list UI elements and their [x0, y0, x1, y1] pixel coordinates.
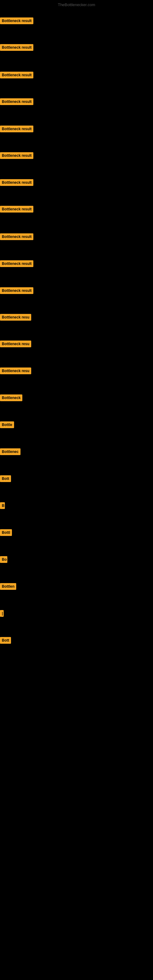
bottleneck-badge-8: Bottleneck result	[0, 206, 33, 213]
bottleneck-badge-15: Bottleneck	[0, 395, 22, 401]
bottleneck-badge-1: Bottleneck result	[0, 18, 33, 24]
bottleneck-badge-16: Bottle	[0, 422, 14, 428]
bottleneck-badge-11: Bottleneck result	[0, 287, 33, 294]
bottleneck-badge-9: Bottleneck result	[0, 233, 33, 240]
bottleneck-badge-24: Bott	[0, 637, 11, 644]
bottleneck-badge-22: Bottlen	[0, 583, 16, 590]
bottleneck-badge-19: B	[0, 502, 5, 509]
bottleneck-badge-6: Bottleneck result	[0, 152, 33, 159]
bottleneck-badge-14: Bottleneck resu	[0, 368, 31, 374]
bottleneck-badge-23: |	[0, 610, 4, 617]
bottleneck-badge-12: Bottleneck resu	[0, 314, 31, 321]
bottleneck-badge-2: Bottleneck result	[0, 44, 33, 51]
site-title: TheBottlenecker.com	[58, 2, 95, 7]
bottleneck-badge-3: Bottleneck result	[0, 72, 33, 78]
bottleneck-badge-13: Bottleneck resu	[0, 340, 31, 347]
bottleneck-badge-20: Bottl	[0, 529, 12, 536]
bottleneck-badge-5: Bottleneck result	[0, 126, 33, 132]
bottleneck-badge-18: Bott	[0, 475, 11, 482]
bottleneck-badge-10: Bottleneck result	[0, 260, 33, 267]
bottleneck-badge-21: Bo	[0, 556, 7, 563]
bottleneck-badge-17: Bottlenec	[0, 449, 21, 455]
bottleneck-badge-4: Bottleneck result	[0, 98, 33, 105]
bottleneck-badge-7: Bottleneck result	[0, 179, 33, 186]
